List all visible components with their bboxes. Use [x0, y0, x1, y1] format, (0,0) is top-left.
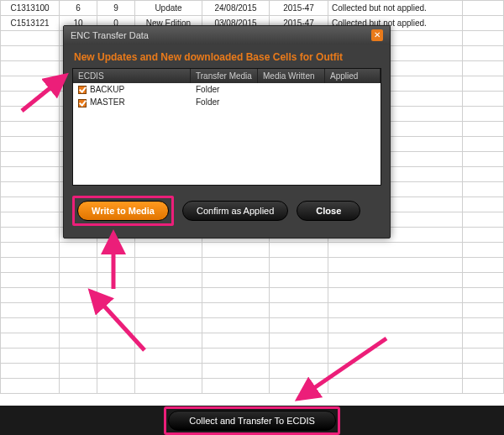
bottom-bar: Collect and Transfer To ECDIS — [0, 406, 504, 435]
col-applied[interactable]: Applied — [325, 69, 381, 83]
cell — [463, 1, 504, 16]
dialog-title-text: ENC Transfer Data — [71, 30, 149, 40]
cell: Update — [135, 1, 202, 16]
highlight-box-collect: Collect and Transfer To ECDIS — [164, 406, 340, 435]
media-cell: Folder — [191, 96, 258, 108]
media-cell: Folder — [191, 83, 258, 96]
table-row: C1313100 6 9 Update 24/08/2015 2015-47 C… — [1, 1, 504, 16]
cell: 2015-47 — [270, 1, 328, 16]
highlight-box-write: Write to Media — [72, 196, 174, 226]
dialog-subtitle: New Updates and New downloaded Base Cell… — [64, 45, 390, 68]
cell: 9 — [97, 1, 135, 16]
write-to-media-button[interactable]: Write to Media — [77, 201, 169, 221]
ecdis-list: ECDIS Transfer Media Media Written Appli… — [72, 68, 381, 186]
written-cell — [258, 96, 325, 108]
cell: C1513121 — [1, 16, 60, 31]
enc-transfer-dialog: ENC Transfer Data ✕ New Updates and New … — [63, 25, 391, 238]
col-media[interactable]: Transfer Media — [191, 69, 258, 83]
close-button[interactable]: Close — [297, 201, 360, 221]
list-item[interactable]: MASTER Folder — [73, 96, 381, 108]
cell: 24/08/2015 — [202, 1, 270, 16]
confirm-as-applied-button[interactable]: Confirm as Applied — [182, 201, 288, 221]
written-cell — [258, 83, 325, 96]
cell: Collected but not applied. — [328, 1, 463, 16]
applied-cell — [325, 96, 381, 108]
cell: C1313100 — [1, 1, 60, 16]
ecdis-name: MASTER — [90, 97, 125, 107]
list-item[interactable]: BACKUP Folder — [73, 83, 381, 96]
cell: 6 — [60, 1, 97, 16]
col-written[interactable]: Media Written — [258, 69, 325, 83]
ecdis-list-header: ECDIS Transfer Media Media Written Appli… — [73, 69, 381, 83]
ecdis-name: BACKUP — [90, 85, 124, 94]
cell — [463, 16, 504, 31]
dialog-titlebar[interactable]: ENC Transfer Data ✕ — [64, 26, 390, 45]
checkbox-icon[interactable] — [78, 86, 87, 94]
applied-cell — [325, 83, 381, 96]
close-icon[interactable]: ✕ — [371, 29, 383, 41]
dialog-actions: Write to Media Confirm as Applied Close — [64, 186, 390, 238]
col-ecdis[interactable]: ECDIS — [73, 69, 191, 83]
checkbox-icon[interactable] — [78, 99, 87, 107]
collect-and-transfer-button[interactable]: Collect and Transfer To ECDIS — [168, 411, 336, 431]
